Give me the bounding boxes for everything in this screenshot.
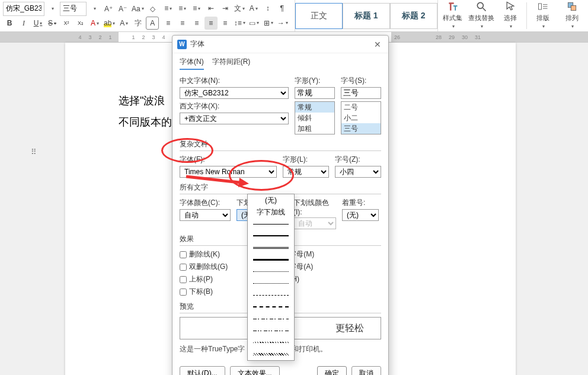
ul-option-dotted-thick[interactable] (248, 277, 294, 289)
tab-font[interactable]: 字体(N) (180, 57, 204, 70)
font-size-dropdown-icon[interactable] (88, 2, 101, 15)
c-font-select[interactable]: Times New Roman (180, 166, 277, 178)
phonetic-icon[interactable]: 字 (132, 17, 145, 30)
char-border-icon[interactable]: A (146, 17, 159, 30)
highlight-icon[interactable]: ab (103, 17, 116, 30)
texteffect-button[interactable]: 文本效果... (230, 366, 280, 375)
font-color-icon[interactable]: A (88, 17, 101, 30)
shading-icon[interactable]: A (117, 17, 130, 30)
decrease-font-icon[interactable]: A⁻ (116, 2, 129, 15)
ul-option-dashdot[interactable] (248, 313, 294, 325)
strike-icon[interactable]: S (46, 17, 59, 30)
ul-option-word[interactable]: 字下加线 (248, 206, 294, 218)
ul-option-none[interactable]: (无) (248, 194, 294, 206)
alltext-section-label: 所有文字 (180, 182, 381, 194)
ul-option-dash-thick[interactable] (248, 301, 294, 313)
change-case-icon[interactable]: Aa (130, 2, 145, 15)
en-font-label: 西文字体(X): (180, 101, 289, 111)
font-color-label: 字体颜色(C): (180, 198, 231, 208)
chk-strike[interactable]: 删除线(K) (180, 249, 228, 259)
styleset-button[interactable]: 样式集▾ (439, 0, 467, 30)
ruler-num: 1 (132, 34, 135, 40)
number-list-icon[interactable]: ≡ (176, 2, 189, 15)
increase-indent-icon[interactable]: ⇥ (219, 2, 232, 15)
en-font-select[interactable]: +西文正文 (180, 113, 289, 124)
style-heading1[interactable]: 标题 1 (343, 3, 390, 29)
font-family-dropdown-icon[interactable] (46, 2, 59, 15)
ruler-num: 3 (152, 34, 155, 40)
ul-option-single[interactable] (248, 218, 294, 230)
find-replace-button[interactable]: 查找替换▾ (468, 0, 496, 30)
ok-button[interactable]: 确定 (317, 366, 347, 375)
layout-button[interactable]: 排版▾ (529, 0, 557, 30)
default-button[interactable]: 默认(D)... (180, 366, 225, 375)
ruler-num: 26 (394, 34, 400, 40)
ruler-num: 28 (436, 34, 442, 40)
ul-option-wave[interactable] (248, 336, 294, 348)
align-justify-icon[interactable]: ≡ (204, 17, 218, 30)
drag-handle-icon[interactable]: ⠿ (31, 150, 38, 154)
size-input[interactable] (341, 87, 381, 99)
show-marks-icon[interactable]: ¶ (276, 2, 289, 15)
ul-option-thick[interactable] (248, 230, 294, 242)
ul-option-dash[interactable] (248, 289, 294, 301)
para-shading-icon[interactable]: ▭ (248, 17, 261, 30)
emphasis-select[interactable]: (无) (342, 209, 379, 221)
ul-option-dashdotdot[interactable] (248, 325, 294, 336)
ul-option-thick2[interactable] (248, 254, 294, 265)
ruler-num: 3 (88, 34, 91, 40)
chk-sub[interactable]: 下标(B) (180, 287, 228, 297)
style-heading2[interactable]: 标题 2 (390, 3, 437, 29)
align-distribute-icon[interactable]: ≡ (219, 17, 232, 30)
c-size-label: 字号(Z): (335, 155, 381, 165)
style-listbox[interactable]: 常规 倾斜 加粗 (295, 101, 335, 134)
app-icon: W (177, 40, 187, 49)
chk-sup[interactable]: 上标(P) (180, 274, 228, 284)
italic-icon[interactable]: I (17, 17, 30, 30)
font-size-combo[interactable] (60, 2, 87, 16)
line-spacing-icon[interactable]: ↕≡ (233, 17, 247, 30)
clear-format-icon[interactable]: ◇ (146, 2, 159, 15)
borders-icon[interactable]: ⊞ (262, 17, 275, 30)
complex-section-label: 复杂文种 (180, 139, 381, 151)
subscript-icon[interactable]: X₂ (74, 17, 87, 30)
size-listbox[interactable]: 二号 小二 三号 (341, 101, 381, 134)
ul-option-double[interactable] (248, 242, 294, 254)
multilevel-list-icon[interactable]: ≡ (190, 2, 203, 15)
arrange-button[interactable]: 排列▾ (558, 0, 586, 30)
ul-option-dotted[interactable] (248, 265, 294, 277)
underline-dropdown[interactable]: (无) 字下加线 (247, 194, 295, 361)
sort-icon[interactable]: ↕ (261, 2, 274, 15)
bullet-list-icon[interactable]: ≡ (162, 2, 175, 15)
svg-point-0 (478, 2, 484, 8)
styleset-icon (447, 1, 459, 12)
asian-layout-icon[interactable]: A (247, 2, 260, 15)
bold-icon[interactable]: B (3, 17, 16, 30)
close-icon[interactable]: ✕ (372, 40, 384, 49)
underline-icon[interactable]: U (31, 17, 44, 30)
cn-font-select[interactable]: 仿宋_GB2312 (180, 87, 289, 99)
emphasis-label: 着重号: (342, 198, 379, 208)
text-direction-icon[interactable]: 文 (233, 2, 246, 15)
style-normal[interactable]: 正文 (295, 3, 343, 29)
search-icon (475, 1, 487, 12)
cn-font-label: 中文字体(N): (180, 76, 289, 86)
style-input[interactable] (295, 87, 335, 99)
align-right-icon[interactable]: ≡ (190, 17, 203, 30)
increase-font-icon[interactable]: A⁺ (102, 2, 115, 15)
chk-dstrike[interactable]: 双删除线(G) (180, 262, 228, 272)
cancel-button[interactable]: 取消 (351, 366, 381, 375)
decrease-indent-icon[interactable]: ⇤ (204, 2, 218, 15)
tab-spacing[interactable]: 字符间距(R) (212, 57, 251, 70)
c-size-select[interactable]: 小四 (335, 166, 381, 178)
c-style-select[interactable]: 常规 (283, 166, 329, 178)
align-center-icon[interactable]: ≡ (176, 17, 189, 30)
layout-icon (537, 1, 549, 12)
superscript-icon[interactable]: X² (60, 17, 73, 30)
align-left-icon[interactable]: ≡ (162, 17, 175, 30)
ul-option-dwave[interactable] (248, 348, 294, 360)
font-color-select[interactable]: 自动 (180, 209, 231, 221)
font-family-combo[interactable] (3, 2, 44, 16)
select-button[interactable]: 选择▾ (497, 0, 525, 30)
tabs-icon[interactable]: → (276, 17, 289, 30)
